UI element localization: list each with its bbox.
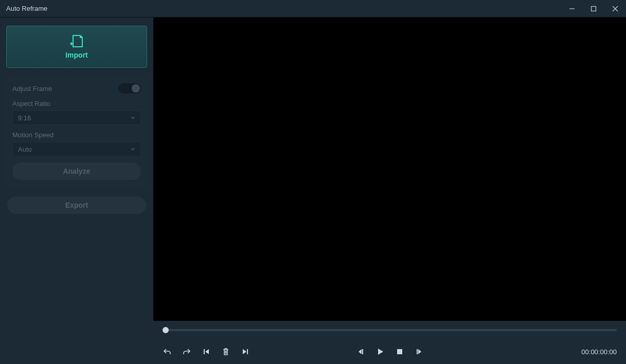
skip-next-icon [241, 348, 249, 356]
close-icon [612, 6, 618, 12]
svg-marker-7 [205, 349, 209, 354]
svg-rect-11 [362, 349, 363, 354]
chevron-down-icon [130, 147, 135, 152]
svg-rect-9 [247, 349, 248, 354]
timeline-track[interactable] [163, 329, 617, 331]
svg-marker-10 [359, 349, 362, 354]
aspect-ratio-select[interactable]: 9:16 [12, 111, 141, 125]
maximize-icon [591, 6, 597, 12]
svg-rect-1 [592, 6, 596, 11]
adjust-frame-toggle[interactable] [118, 83, 141, 94]
undo-icon [163, 348, 171, 356]
svg-rect-6 [204, 349, 205, 354]
sidebar: Import Adjust Frame Aspect Ratio 9:16 [0, 17, 153, 364]
toggle-knob [132, 84, 140, 93]
minimize-icon [569, 6, 575, 12]
video-area [153, 17, 626, 321]
delete-button[interactable] [221, 347, 230, 356]
svg-rect-13 [397, 349, 402, 354]
stop-button[interactable] [395, 347, 404, 356]
timecode: 00:00:00:00 [581, 348, 617, 356]
window-controls [561, 0, 626, 17]
play-icon [376, 348, 384, 356]
svg-marker-15 [418, 349, 421, 354]
minimize-button[interactable] [561, 0, 583, 17]
redo-icon [183, 348, 191, 356]
stop-icon [396, 348, 404, 356]
motion-speed-field: Motion Speed Auto [12, 131, 141, 156]
motion-speed-label: Motion Speed [12, 131, 141, 139]
close-button[interactable] [604, 0, 626, 17]
analyze-button[interactable]: Analyze [12, 162, 141, 180]
svg-rect-14 [417, 349, 418, 354]
play-button[interactable] [375, 347, 385, 356]
redo-button[interactable] [182, 347, 191, 356]
prev-button[interactable] [202, 347, 211, 356]
aspect-ratio-label: Aspect Ratio [12, 100, 141, 107]
motion-speed-select[interactable]: Auto [12, 142, 141, 156]
export-label: Export [65, 201, 88, 209]
adjust-frame-row: Adjust Frame [12, 83, 141, 94]
window-title: Auto Reframe [6, 5, 47, 12]
settings-panel: Adjust Frame Aspect Ratio 9:16 Motion Sp… [6, 76, 147, 188]
maximize-button[interactable] [583, 0, 604, 17]
import-label: Import [65, 51, 88, 59]
frame-back-icon [356, 348, 365, 356]
frame-forward-button[interactable] [415, 347, 424, 356]
motion-speed-value: Auto [18, 145, 32, 153]
skip-prev-icon [202, 348, 210, 356]
trash-icon [222, 348, 230, 356]
frame-back-button[interactable] [356, 347, 365, 356]
svg-marker-8 [243, 349, 246, 354]
preview-pane: 00:00:00:00 [153, 17, 626, 364]
svg-marker-12 [378, 349, 383, 355]
playhead[interactable] [163, 327, 169, 333]
player-controls: 00:00:00:00 [153, 339, 626, 364]
edit-controls [163, 347, 276, 356]
frame-forward-icon [415, 348, 423, 356]
body: Import Adjust Frame Aspect Ratio 9:16 [0, 17, 626, 364]
analyze-label: Analyze [63, 167, 91, 175]
export-button[interactable]: Export [7, 196, 146, 214]
titlebar: Auto Reframe [0, 0, 626, 17]
aspect-ratio-value: 9:16 [18, 114, 31, 122]
import-file-icon [69, 34, 84, 48]
chevron-down-icon [130, 115, 135, 120]
next-button[interactable] [241, 347, 250, 356]
window: Auto Reframe Import [0, 0, 626, 364]
export-wrap: Export [6, 196, 147, 214]
timeline[interactable] [153, 321, 626, 339]
undo-button[interactable] [163, 347, 172, 356]
adjust-frame-label: Adjust Frame [12, 85, 52, 93]
aspect-ratio-field: Aspect Ratio 9:16 [12, 100, 141, 125]
timecode-group: 00:00:00:00 [504, 348, 617, 356]
playback-controls [276, 347, 504, 356]
import-button[interactable]: Import [6, 26, 147, 68]
